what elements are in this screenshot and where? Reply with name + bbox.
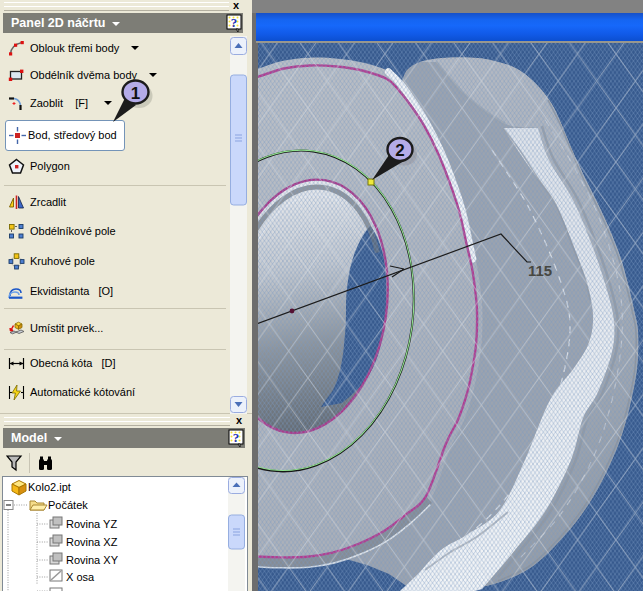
svg-text:1: 1 bbox=[131, 84, 140, 103]
svg-text:X osa: X osa bbox=[66, 571, 95, 583]
svg-text:Počátek: Počátek bbox=[48, 499, 88, 511]
svg-text:Rovina XZ: Rovina XZ bbox=[66, 536, 118, 548]
svg-text:115: 115 bbox=[528, 262, 552, 279]
svg-text:2: 2 bbox=[395, 141, 404, 160]
svg-text:?: ? bbox=[231, 15, 238, 30]
svg-text:Kolo2.ipt: Kolo2.ipt bbox=[28, 481, 71, 493]
svg-text:Rovina XY: Rovina XY bbox=[66, 554, 119, 566]
svg-text:?: ? bbox=[233, 430, 240, 445]
svg-text:Rovina YZ: Rovina YZ bbox=[66, 518, 117, 530]
